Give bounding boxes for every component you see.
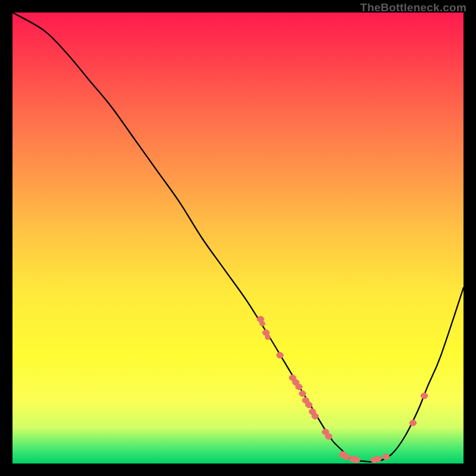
svg-point-7 <box>265 335 270 340</box>
svg-point-17 <box>299 391 305 397</box>
svg-point-37 <box>353 457 359 463</box>
chart-svg <box>12 12 464 464</box>
svg-point-9 <box>277 352 283 358</box>
svg-point-21 <box>306 402 312 408</box>
svg-point-15 <box>296 384 302 390</box>
svg-point-41 <box>375 456 381 462</box>
svg-point-25 <box>312 413 318 419</box>
svg-point-33 <box>343 454 349 460</box>
bottleneck-curve <box>12 12 464 462</box>
svg-point-43 <box>383 454 389 460</box>
svg-point-3 <box>260 321 265 326</box>
svg-point-29 <box>325 434 331 440</box>
svg-point-45 <box>410 420 416 426</box>
svg-point-47 <box>421 393 427 399</box>
